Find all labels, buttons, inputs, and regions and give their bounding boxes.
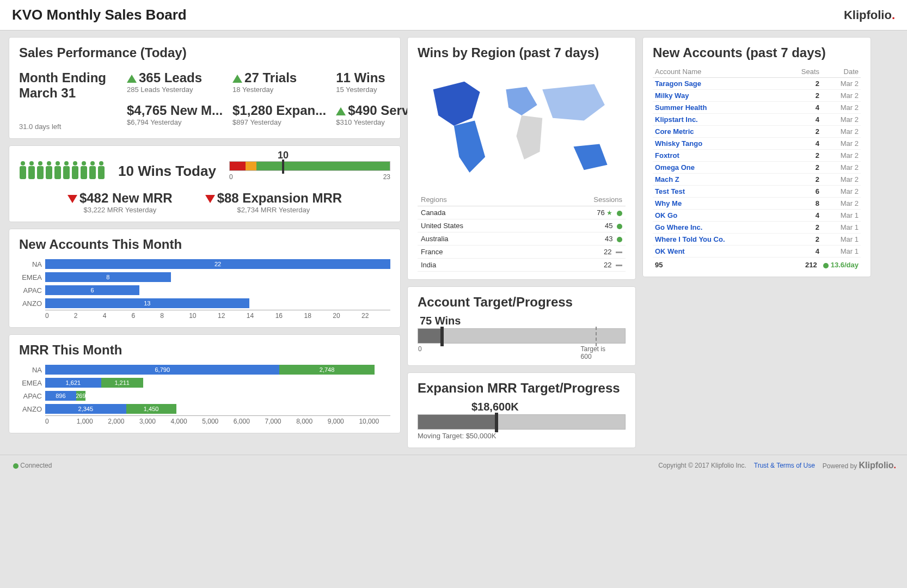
card-new-accounts-month: New Accounts This Month NA22EMEA8APAC6AN… xyxy=(9,229,401,328)
brand-logo: Klipfolio. xyxy=(844,8,895,22)
app-footer: Connected Copyright © 2017 Klipfolio Inc… xyxy=(0,455,907,476)
up-arrow-icon xyxy=(336,107,346,115)
table-row: France22 xyxy=(418,246,626,259)
bar-row: EMEA8 xyxy=(19,271,390,284)
account-link[interactable]: Klipstart Inc. xyxy=(655,115,698,124)
bar-row: EMEA1,6211,211 xyxy=(19,376,390,389)
accounts-table: Account Name Seats Date Taragon Sage2Mar… xyxy=(653,66,861,258)
moving-target-note: Moving Target: $50,000K xyxy=(418,432,626,440)
person-icon xyxy=(54,161,62,181)
bar-row: APAC896269 xyxy=(19,389,390,402)
card-title: New Accounts (past 7 days) xyxy=(653,45,861,60)
account-link[interactable]: Milky Way xyxy=(655,91,689,100)
card-title: Wins by Region (past 7 days) xyxy=(418,45,626,60)
copyright: Copyright © 2017 Klipfolio Inc. xyxy=(658,462,746,469)
accounts-totals: 95 212 13.6/day xyxy=(653,258,861,269)
table-row: Where I Told You Co.2Mar 1 xyxy=(653,234,861,246)
bar-row: NA22 xyxy=(19,258,390,271)
card-wins-today: 10 Wins Today 10 023 $482 New MRR $3,222… xyxy=(9,145,401,222)
table-row: OK Go4Mar 1 xyxy=(653,210,861,222)
person-icon xyxy=(80,161,88,181)
wins-gauge: 10 023 xyxy=(229,161,390,181)
table-row: Core Metric2Mar 2 xyxy=(653,126,861,138)
account-link[interactable]: Taragon Sage xyxy=(655,79,701,88)
bar-row: ANZO13 xyxy=(19,297,390,310)
card-new-accounts: New Accounts (past 7 days) Account Name … xyxy=(642,37,871,277)
account-link[interactable]: OK Go xyxy=(655,211,677,219)
person-icon xyxy=(19,161,27,181)
account-link[interactable]: Summer Health xyxy=(655,103,707,112)
table-row: OK Went4Mar 1 xyxy=(653,246,861,258)
card-sales-performance: Sales Performance (Today) Month Ending M… xyxy=(9,37,401,139)
person-icon xyxy=(36,161,44,181)
regions-table: Regions Sessions Canada76 ★ United State… xyxy=(418,193,626,272)
account-link[interactable]: Foxtrot xyxy=(655,151,679,160)
table-row: Mach Z2Mar 2 xyxy=(653,174,861,186)
table-row: Foxtrot2Mar 2 xyxy=(653,150,861,162)
card-title: MRR This Month xyxy=(19,342,390,358)
kpi-leads: 365 Leads 285 Leads Yesterday xyxy=(127,70,223,99)
bar-row: NA6,7902,748 xyxy=(19,363,390,376)
people-icons xyxy=(19,161,105,181)
down-arrow-icon xyxy=(68,195,77,203)
account-link[interactable]: Test Test xyxy=(655,187,685,195)
person-icon xyxy=(71,161,79,181)
table-row: Go Where Inc.2Mar 1 xyxy=(653,222,861,234)
progress-bar: 75 WinsTarget is 6000 xyxy=(418,328,626,344)
card-wins-by-region: Wins by Region (past 7 days) Regions Ses… xyxy=(407,37,636,280)
connection-status: Connected xyxy=(11,462,52,469)
account-link[interactable]: Why Me xyxy=(655,199,682,207)
table-row: Klipstart Inc.4Mar 2 xyxy=(653,114,861,126)
app-header: KVO Monthly Sales Board Klipfolio. xyxy=(0,0,907,30)
table-row: Canada76 ★ xyxy=(418,206,626,219)
table-row: Australia43 xyxy=(418,232,626,246)
person-icon xyxy=(89,161,96,181)
kpi-expansion-mrr: $1,280 Expan... $897 Yesterday xyxy=(232,103,326,131)
account-link[interactable]: Omega One xyxy=(655,163,695,171)
card-account-target: Account Target/Progress 75 WinsTarget is… xyxy=(407,286,636,366)
bar-row: APAC6 xyxy=(19,284,390,297)
card-title: Account Target/Progress xyxy=(418,295,626,310)
stacked-bar-chart: NA6,7902,748EMEA1,6211,211APAC896269ANZO… xyxy=(19,363,390,425)
terms-link[interactable]: Trust & Terms of Use xyxy=(754,462,815,469)
account-link[interactable]: OK Went xyxy=(655,247,685,255)
table-row: Summer Health4Mar 2 xyxy=(653,102,861,114)
table-row: Why Me8Mar 2 xyxy=(653,198,861,210)
table-row: Milky Way2Mar 2 xyxy=(653,90,861,102)
card-title: Sales Performance (Today) xyxy=(19,45,390,60)
powered-by: Powered by Klipfolio. xyxy=(823,461,896,470)
table-row: Omega One2Mar 2 xyxy=(653,162,861,174)
down-arrow-icon xyxy=(205,195,215,203)
up-arrow-icon xyxy=(232,75,242,83)
account-link[interactable]: Whisky Tango xyxy=(655,139,702,148)
person-icon xyxy=(28,161,35,181)
card-title: New Accounts This Month xyxy=(19,237,390,252)
account-link[interactable]: Where I Told You Co. xyxy=(655,235,725,243)
card-title: Expansion MRR Target/Progress xyxy=(418,381,626,396)
table-row: India22 xyxy=(418,259,626,272)
account-link[interactable]: Mach Z xyxy=(655,175,679,183)
person-icon xyxy=(63,161,70,181)
bar-row: ANZO2,3451,450 xyxy=(19,402,390,415)
account-link[interactable]: Go Where Inc. xyxy=(655,223,702,231)
table-row: United States45 xyxy=(418,219,626,232)
page-title: KVO Monthly Sales Board xyxy=(12,7,187,23)
kpi-trials: 27 Trials 18 Yesterday xyxy=(232,70,326,99)
kpi-new-mrr: $4,765 New M... $6,794 Yesterday xyxy=(127,103,223,131)
progress-bar: $18,600K xyxy=(418,414,626,430)
avg-expansion-mrr: $88 Expansion MRR $2,734 MRR Yesterday xyxy=(205,191,342,214)
person-icon xyxy=(97,161,105,181)
days-left: 31.0 days left xyxy=(19,122,117,131)
person-icon xyxy=(45,161,53,181)
table-row: Test Test6Mar 2 xyxy=(653,186,861,198)
world-map xyxy=(418,66,626,188)
wins-today-label: 10 Wins Today xyxy=(118,163,216,180)
up-arrow-icon xyxy=(127,75,137,83)
avg-new-mrr: $482 New MRR $3,222 MRR Yesterday xyxy=(68,191,173,214)
account-link[interactable]: Core Metric xyxy=(655,127,694,136)
month-ending-label: Month Ending March 31 xyxy=(19,70,117,101)
card-mrr-month: MRR This Month NA6,7902,748EMEA1,6211,21… xyxy=(9,334,401,433)
table-row: Taragon Sage2Mar 2 xyxy=(653,78,861,90)
bar-chart: NA22EMEA8APAC6ANZO130246810121416182022 xyxy=(19,258,390,320)
card-expansion-target: Expansion MRR Target/Progress $18,600K M… xyxy=(407,372,636,448)
